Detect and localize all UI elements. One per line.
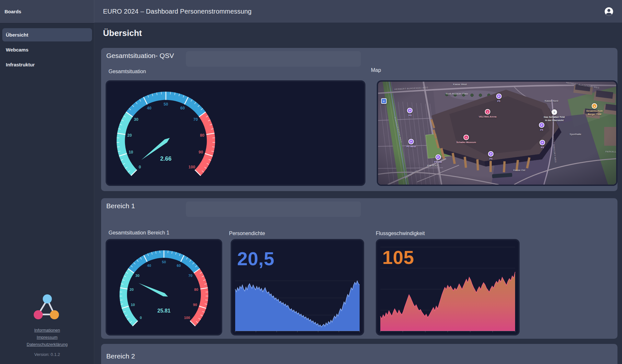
map-pin-icon: U: [381, 98, 386, 104]
svg-text:10: 10: [129, 150, 133, 154]
map-pin-icon: i: [551, 109, 557, 115]
card-header-band: [186, 201, 361, 217]
map-marker-label: P5 Ost: [434, 160, 442, 164]
svg-text:10: 10: [131, 303, 135, 307]
card-title: Gesamtsituation- QSV: [106, 52, 174, 60]
panel-label-map: Map: [371, 67, 381, 73]
personendichte-chart: [232, 240, 363, 334]
sidebar-item-infrastruktur[interactable]: Infrastruktur: [2, 58, 92, 71]
sidebar-footer: Informationen Impressum Datenschutzerklä…: [0, 294, 94, 364]
svg-text:20: 20: [127, 133, 132, 138]
card-gesamtsituation-qsv: Gesamtsituation- QSV Gesamtsituation 010…: [101, 48, 617, 191]
map-marker[interactable]: PP5: [488, 151, 494, 161]
map-place-label: Sporthalle: [570, 133, 581, 136]
sidebar-header: Boards: [0, 0, 94, 23]
svg-text:80: 80: [200, 133, 204, 138]
main-content: Übersicht Gesamtsituation- QSV Gesamtsit…: [94, 23, 622, 364]
svg-text:60: 60: [180, 106, 185, 110]
panel-label-flussgeschwindigkeit: Flussgeschwindigkeit: [376, 231, 425, 236]
map-marker-label: P5: [540, 129, 543, 132]
card-title: Bereich 1: [106, 202, 135, 210]
svg-text:20: 20: [130, 288, 133, 291]
svg-text:40: 40: [147, 264, 151, 267]
map-panel[interactable]: PP5●VELTINS-Arena●Schalke MuseumPP5PP5 W…: [377, 80, 617, 186]
svg-text:90: 90: [199, 150, 203, 154]
map-marker[interactable]: PP5: [496, 94, 501, 103]
app-title: EURO 2024 – Dashboard Personenstrommessu…: [103, 8, 252, 15]
svg-text:100: 100: [184, 316, 190, 320]
personendichte-panel: 20,5: [231, 239, 364, 336]
svg-text:40: 40: [147, 106, 152, 110]
map-marker[interactable]: PP5: [540, 140, 545, 149]
panel-label-gesamtsituation-b1: Gesamtsituation Bereich 1: [109, 230, 169, 236]
map-marker[interactable]: PP5 West: [407, 139, 416, 148]
map-place-label: Kasse West: [453, 83, 467, 85]
panel-label-gesamtsituation: Gesamtsituation: [109, 69, 146, 74]
link-informationen[interactable]: Informationen: [34, 327, 60, 334]
map-place-label: Kasse Ost: [513, 169, 525, 172]
map-marker[interactable]: ●Schalke Museum: [456, 135, 476, 144]
svg-text:0: 0: [139, 165, 141, 169]
map-pin-icon: P: [435, 154, 441, 160]
map-place-label: P/B SÜD: [427, 164, 438, 167]
boards-label: Boards: [5, 9, 21, 14]
version-label: Version: 0.1.2: [34, 352, 60, 357]
svg-text:0: 0: [140, 316, 142, 320]
flussgeschwindigkeit-chart: [377, 240, 518, 334]
map-place-label: Rudi-Assauer-Platz: [446, 92, 468, 95]
map-marker[interactable]: PP5 Ost: [434, 154, 442, 164]
map-marker[interactable]: PP5: [407, 108, 413, 117]
flussgeschwindigkeit-panel: 105: [376, 239, 520, 336]
map-marker-label: P5: [490, 157, 492, 161]
map-street-label: ARENARING: [405, 169, 418, 179]
gauge-panel-bereich-1: 010203040506070809010025.81: [106, 239, 222, 336]
svg-text:100: 100: [189, 165, 195, 169]
sidebar-item-uebersicht[interactable]: Übersicht: [2, 28, 92, 41]
page-title: Übersicht: [103, 28, 142, 38]
map-marker[interactable]: ●VELTINS-Arena: [479, 109, 497, 118]
svg-text:50: 50: [162, 260, 166, 264]
sidebar-nav: Übersicht Webcams Infrastruktur: [0, 23, 94, 71]
map-marker-label: P5: [409, 114, 411, 117]
svg-text:80: 80: [194, 288, 198, 291]
sidebar-item-label: Übersicht: [6, 32, 28, 38]
gauge-panel-gesamtsituation: 01020304050607080901002.66: [106, 80, 365, 186]
card-bereich-2: Bereich 2: [101, 344, 617, 364]
map-street-label: PARKALLEE: [605, 151, 617, 153]
map-pin-icon: ●: [485, 109, 490, 114]
map-marker[interactable]: PP5: [539, 122, 544, 132]
map-street-label: HERBERT-BURDENSKI-WEG: [566, 81, 600, 89]
card-title: Bereich 2: [106, 352, 135, 360]
topbar: EURO 2024 – Dashboard Personenstrommessu…: [94, 0, 622, 23]
map-street-label: HERBERT-BURDENSKI-WEG: [394, 86, 428, 90]
svg-text:30: 30: [134, 117, 138, 122]
map-marker-label: Das Schalker Feld in der Übersicht: [544, 116, 565, 122]
map-marker[interactable]: ●Gesamtschule Berger Feld: [586, 103, 603, 116]
sidebar-item-label: Infrastruktur: [6, 62, 35, 67]
map-marker-label: P5: [497, 100, 500, 103]
map-pin-icon: ●: [592, 103, 597, 109]
link-impressum[interactable]: Impressum: [37, 334, 57, 341]
map-marker-layer: PP5●VELTINS-Arena●Schalke MuseumPP5PP5 W…: [378, 82, 616, 185]
user-avatar-icon[interactable]: [605, 7, 613, 16]
map-pin-icon: P: [407, 108, 413, 113]
svg-text:25.81: 25.81: [157, 308, 170, 313]
sidebar: Boards Übersicht Webcams Infrastruktur I…: [0, 0, 94, 364]
map-marker[interactable]: iDas Schalker Feld in der Übersicht: [544, 109, 565, 122]
map-pin-icon: ●: [463, 135, 469, 140]
sidebar-item-webcams[interactable]: Webcams: [2, 43, 92, 56]
map-street-label: STANISZEBUDAI-WEG: [394, 117, 403, 143]
svg-text:50: 50: [164, 102, 168, 107]
sidebar-item-label: Webcams: [6, 47, 29, 52]
gauge-chart-gesamtsituation: 01020304050607080901002.66: [107, 82, 364, 185]
svg-text:2.66: 2.66: [160, 155, 172, 162]
map-pin-icon: P: [539, 122, 544, 128]
map-pin-icon: P: [540, 140, 545, 145]
svg-text:70: 70: [188, 274, 192, 278]
map-marker-label: Schalke Museum: [456, 141, 476, 144]
map-marker[interactable]: U: [381, 98, 386, 104]
svg-text:90: 90: [193, 303, 197, 307]
card-header-band: [186, 51, 361, 67]
map-marker-label: VELTINS-Arena: [479, 115, 497, 118]
link-datenschutz[interactable]: Datenschutzerklärung: [27, 341, 67, 348]
